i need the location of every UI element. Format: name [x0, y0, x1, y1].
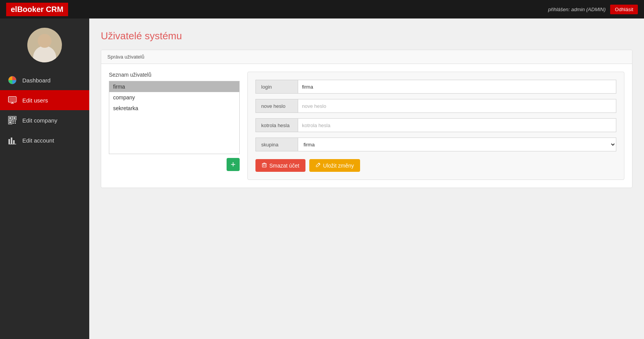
monitor-icon: [8, 96, 17, 105]
avatar: [27, 28, 62, 62]
list-item[interactable]: sekretarka: [109, 103, 239, 114]
plus-icon: +: [231, 160, 236, 169]
delete-account-button[interactable]: Smazat účet: [255, 159, 305, 172]
edit-form-section: login nove heslo kotrola hesla: [247, 72, 624, 180]
svg-rect-4: [9, 97, 15, 101]
group-select[interactable]: firma admin sekretarka: [298, 138, 616, 151]
sidebar-item-edit-company[interactable]: Edit company: [0, 110, 89, 130]
header-right: přihlášen: admin (ADMIN) Odhlásit: [548, 5, 638, 14]
sidebar-item-dashboard[interactable]: Dashboard: [0, 70, 89, 90]
svg-rect-15: [8, 139, 10, 144]
user-list-label: Seznam uživatelů: [109, 72, 240, 78]
sidebar-item-label-edit-company: Edit company: [22, 117, 57, 124]
svg-rect-12: [15, 121, 16, 122]
svg-rect-8: [13, 117, 15, 119]
sidebar: Dashboard Edit users: [0, 18, 89, 339]
add-btn-row: +: [109, 158, 240, 171]
save-changes-label: Uložit změny: [323, 163, 354, 169]
chart-icon: [8, 136, 17, 145]
sidebar-item-edit-account[interactable]: Edit account: [0, 130, 89, 150]
group-row: skupina firma admin sekretarka: [255, 138, 616, 151]
card-body: Seznam uživatelů firma company sekretark…: [101, 64, 632, 188]
confirm-password-label: kotrola hesla: [255, 118, 298, 132]
list-item[interactable]: firma: [109, 81, 239, 92]
sidebar-nav: Dashboard Edit users: [0, 70, 89, 150]
sidebar-item-label-edit-account: Edit account: [22, 137, 54, 144]
new-password-row: nove heslo: [255, 99, 616, 113]
svg-rect-17: [13, 140, 15, 144]
login-input[interactable]: [298, 80, 616, 94]
user-listbox[interactable]: firma company sekretarka: [109, 81, 240, 154]
save-changes-button[interactable]: Uložit změny: [309, 159, 360, 172]
svg-rect-19: [262, 164, 266, 167]
svg-rect-13: [13, 123, 14, 124]
new-password-input[interactable]: [298, 99, 616, 113]
list-item[interactable]: company: [109, 92, 239, 103]
login-label: login: [255, 80, 298, 94]
content-area: Uživatelé systému Správa uživatelů Sezna…: [89, 18, 644, 339]
trash-icon: [262, 162, 267, 169]
sidebar-item-label-dashboard: Dashboard: [22, 77, 50, 84]
confirm-password-row: kotrola hesla: [255, 118, 616, 132]
svg-rect-6: [9, 117, 11, 119]
svg-rect-11: [13, 121, 14, 122]
app-logo: elBooker CRM: [6, 3, 68, 16]
user-list-section: Seznam uživatelů firma company sekretark…: [109, 72, 240, 180]
form-actions: Smazat účet Uložit změny: [255, 159, 616, 172]
dashboard-icon: [8, 76, 17, 85]
confirm-password-input[interactable]: [298, 118, 616, 132]
login-row: login: [255, 80, 616, 94]
group-label: skupina: [255, 138, 298, 151]
avatar-head: [38, 34, 52, 48]
svg-rect-14: [15, 123, 16, 124]
pencil-icon: [315, 162, 321, 169]
form-layout: Seznam uživatelů firma company sekretark…: [109, 72, 624, 180]
main-card: Správa uživatelů Seznam uživatelů firma …: [101, 50, 632, 188]
qrcode-icon: [8, 116, 17, 125]
svg-rect-10: [9, 121, 11, 123]
page-title: Uživatelé systému: [101, 30, 632, 42]
sidebar-item-edit-users[interactable]: Edit users: [0, 90, 89, 110]
main-layout: Dashboard Edit users: [0, 18, 644, 339]
add-user-button[interactable]: +: [227, 158, 240, 171]
avatar-body: [33, 46, 56, 62]
card-header: Správa uživatelů: [101, 50, 632, 64]
delete-account-label: Smazat účet: [269, 163, 299, 169]
logout-button[interactable]: Odhlásit: [610, 5, 638, 14]
sidebar-item-label-edit-users: Edit users: [22, 97, 48, 104]
logged-in-user: přihlášen: admin (ADMIN): [548, 7, 606, 12]
svg-rect-16: [11, 138, 12, 144]
header: elBooker CRM přihlášen: admin (ADMIN) Od…: [0, 0, 644, 18]
new-password-label: nove heslo: [255, 99, 298, 113]
user-avatar-container: [0, 18, 89, 70]
